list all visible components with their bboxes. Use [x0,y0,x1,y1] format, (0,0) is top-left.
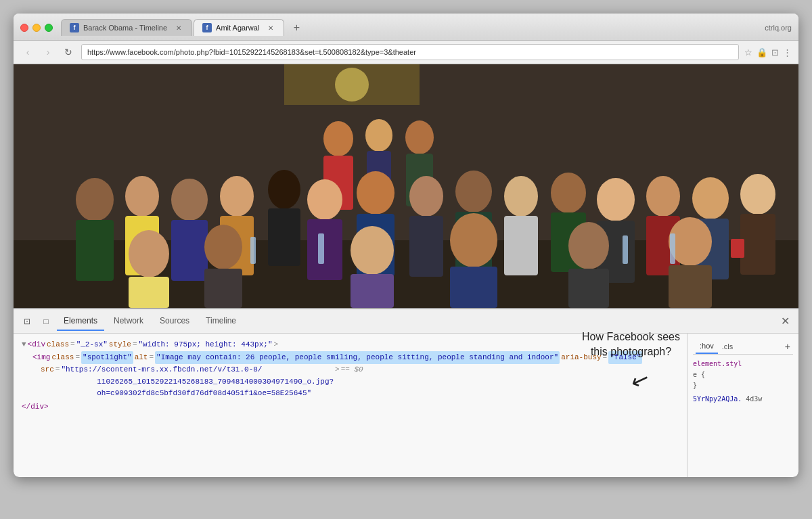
svg-rect-11 [76,220,114,281]
tabs-row: f Barack Obama - Timeline ✕ f Amit Agarw… [61,19,304,36]
code-src-val[interactable]: "https://scontent-mrs.xx.fbcdn.net/v/t31… [61,364,334,400]
svg-rect-29 [504,216,538,275]
content-area: How Facebook sees this photograph? ↙ ⊡ □… [14,64,798,477]
tab-barack-obama[interactable]: f Barack Obama - Timeline ✕ [61,19,192,36]
svg-point-30 [551,173,586,213]
more-icon-2[interactable]: ⋮ [783,47,792,58]
svg-point-18 [268,170,300,209]
back-button[interactable]: ‹ [20,45,35,60]
browser-window: f Barack Obama - Timeline ✕ f Amit Agarw… [14,14,798,477]
svg-point-10 [76,178,114,221]
reload-button[interactable]: ↻ [61,45,76,60]
code-div-open: <div [28,339,45,351]
svg-point-12 [125,176,159,217]
svg-rect-54 [623,235,628,264]
svg-rect-49 [568,269,609,308]
code-img-alt-attr: alt [135,352,148,364]
styles-close-1: } [693,382,697,389]
address-bar: ‹ › ↻ ☆ 🔒 ⊡ ⋮ [14,41,798,64]
code-img-class-attr: class [51,352,74,364]
devtools-close-button[interactable]: ✕ [777,313,793,330]
code-line-2: <img class = "spotlight" alt = "Image ma… [32,351,679,365]
code-img-eq1: = [75,352,80,364]
tab-label-2: Amit Agarwal [216,24,259,32]
code-aria-val: "false" [608,351,642,365]
window-controls [20,24,53,32]
code-src-attr: src [41,364,54,376]
svg-point-4 [323,121,353,156]
svg-rect-56 [731,239,744,258]
svg-point-6 [365,119,392,152]
svg-point-26 [455,171,492,212]
photo-area [14,64,798,308]
code-img-class-val: "spotlight" [81,351,133,365]
tab-sources[interactable]: Sources [153,312,196,331]
svg-point-2 [335,68,369,101]
svg-point-22 [357,171,394,215]
code-class-attr: class [47,339,69,351]
devtools-tabs: ⊡ □ Elements Network Sources Timeline ✕ [14,309,798,334]
new-tab-button[interactable]: + [288,20,304,36]
svg-rect-55 [670,233,675,264]
address-icons: ☆ 🔒 ⊡ ⋮ [744,47,792,58]
tab-elements[interactable]: Elements [57,312,104,331]
styles-class-link[interactable]: 5YrNpy2AQJa. [693,395,742,403]
svg-point-48 [568,222,609,269]
svg-rect-47 [450,267,497,308]
styles-rule-2: 5YrNpy2AQJa. 4d3w [693,394,793,405]
code-class-val: "_2-sx" [76,339,108,351]
devtools-panel: How Facebook sees this photograph? ↙ ⊡ □… [14,308,798,477]
maximize-button[interactable] [45,24,53,32]
ctrlq-label: ctrlq.org [765,24,792,32]
svg-rect-51 [669,265,712,308]
forward-button[interactable]: › [41,45,55,60]
svg-rect-52 [250,237,256,264]
address-input[interactable] [81,44,739,60]
more-icon-1[interactable]: ⊡ [771,47,779,58]
close-button[interactable] [20,24,28,32]
tab-timeline[interactable]: Timeline [199,312,243,331]
svg-rect-39 [740,214,775,275]
tab-cls[interactable]: .cls [718,340,738,353]
tab-close-1[interactable]: ✕ [174,23,183,32]
code-equals-1: = [70,339,75,351]
svg-point-44 [351,226,394,275]
tab-favicon-2: f [202,23,212,32]
code-line-3: src = "https://scontent-mrs.xx.fbcdn.net… [41,364,679,400]
svg-point-24 [409,176,443,217]
code-src-eq: = [55,364,60,376]
code-style-val: "width: 975px; height: 443px;" [138,339,272,351]
tab-hov[interactable]: :hov [696,339,718,354]
code-dollar-ref: == $0 [341,364,363,376]
styles-open-1: e { [693,371,705,378]
styles-add-icon[interactable]: + [785,341,790,352]
svg-rect-15 [171,220,208,281]
code-aria-eq: = [603,352,608,364]
styles-rule-1: element.styl e { } [693,359,793,391]
photo-group-svg [14,64,798,308]
svg-rect-25 [409,216,443,277]
svg-rect-21 [307,219,342,280]
styles-selector-1: element.styl [693,360,742,367]
svg-point-46 [450,213,497,267]
minimize-button[interactable] [32,24,41,32]
tab-close-2[interactable]: ✕ [266,23,275,32]
tab-label-1: Barack Obama - Timeline [83,24,167,32]
code-img-open: <img [32,352,50,364]
svg-point-36 [692,177,729,219]
tab-amit-agarwal[interactable]: f Amit Agarwal ✕ [194,19,284,36]
tab-network[interactable]: Network [107,312,150,331]
devtools-cursor-icon[interactable]: ⊡ [19,313,35,330]
tab-favicon-1: f [70,23,79,32]
svg-point-34 [646,176,680,217]
devtools-inspect-icon[interactable]: □ [38,313,54,330]
shield-icon: 🔒 [757,47,767,58]
styles-tabs-row: :hov .cls + [693,339,793,355]
code-img-eq2: = [149,352,154,364]
styles-suffix: 4d3w [746,395,762,403]
bookmark-icon[interactable]: ☆ [744,47,752,58]
code-img-alt-val: "Image may contain: 26 people, people sm… [155,351,560,365]
svg-point-8 [405,120,434,154]
code-style-attr: style [109,339,131,351]
devtools-body: ▼ <div class = "_2-sx" style = "width: 9… [14,334,798,477]
